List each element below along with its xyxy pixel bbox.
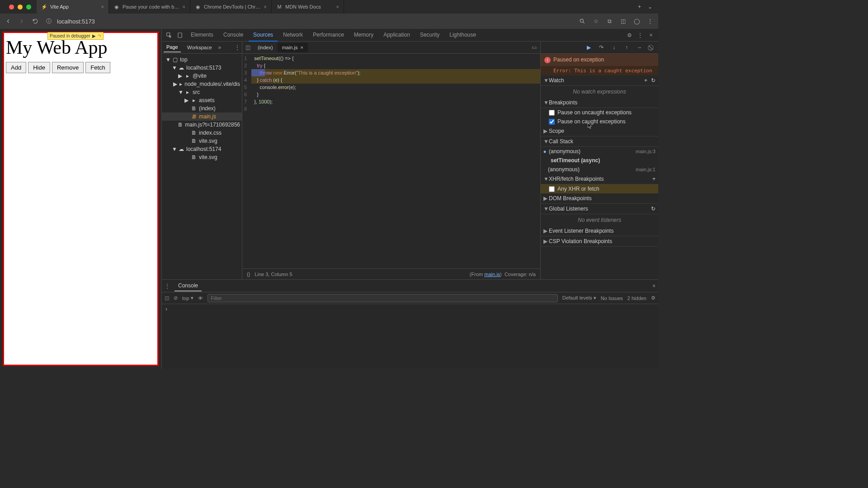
pause-caught-checkbox[interactable] <box>549 119 555 125</box>
section-scope[interactable]: ▶ Scope <box>541 126 658 136</box>
add-xhr-bp-icon[interactable]: + <box>652 176 656 182</box>
tree-row[interactable]: 🗎main.js?t=1710692856 <box>162 121 242 129</box>
section-dom-breakpoints[interactable]: ▶ DOM Breakpoints <box>541 193 658 204</box>
menu-icon[interactable]: ⋮ <box>646 17 655 26</box>
maximize-window-button[interactable] <box>26 5 31 9</box>
tree-row[interactable]: ▼▢top <box>162 56 242 64</box>
browser-tab[interactable]: M MDN Web Docs × <box>272 0 344 14</box>
close-devtools-icon[interactable]: × <box>646 31 656 40</box>
hide-button[interactable]: Hide <box>28 62 50 73</box>
new-tab-button[interactable]: + <box>633 4 646 10</box>
issues-indicator[interactable]: No Issues <box>601 296 623 301</box>
tree-row[interactable]: 🗎vite.svg <box>162 137 242 145</box>
more-icon[interactable]: ▭ <box>528 44 540 51</box>
section-global-listeners[interactable]: ▼ Global Listeners ↻ <box>541 204 658 214</box>
close-tab-icon[interactable]: × <box>300 45 303 50</box>
section-breakpoints[interactable]: ▼ Breakpoints <box>541 98 658 108</box>
sub-tab-page[interactable]: Page <box>164 42 181 52</box>
close-drawer-icon[interactable]: × <box>652 283 656 289</box>
tab-memory[interactable]: Memory <box>349 29 378 42</box>
close-window-button[interactable] <box>9 5 14 9</box>
tab-close-icon[interactable]: × <box>101 4 104 9</box>
tree-row[interactable]: ▼☁localhost:5173 <box>162 64 242 72</box>
profile-icon[interactable]: ◯ <box>632 17 641 26</box>
resume-icon[interactable]: ▶ <box>585 44 592 51</box>
stack-frame[interactable]: (anonymous)main.js:1 <box>541 165 658 174</box>
editor-tab[interactable]: (index) <box>253 43 278 52</box>
stack-frame[interactable]: setTimeout (async) <box>541 156 658 165</box>
overflow-icon[interactable]: » <box>218 44 222 51</box>
browser-tab[interactable]: ◉ Pause your code with breakp × <box>109 0 190 14</box>
site-info-icon[interactable]: ⓘ <box>44 17 53 26</box>
tab-lighthouse[interactable]: Lighthouse <box>445 29 481 42</box>
browser-tab[interactable]: ◉ Chrome DevTools | Chrome × <box>190 0 272 14</box>
code-area[interactable]: 12345678 setTimeout(() => { try { throw … <box>242 54 540 268</box>
refresh-watch-icon[interactable]: ↻ <box>651 77 656 84</box>
drawer-menu-icon[interactable]: ⋮ <box>165 283 170 289</box>
tab-console[interactable]: Console <box>219 29 248 42</box>
zoom-icon[interactable] <box>578 17 587 26</box>
source-link[interactable]: main.js <box>484 272 500 277</box>
tree-row[interactable]: 🗎(index) <box>162 104 242 113</box>
browser-tab[interactable]: ⚡ Vite App × <box>37 0 109 14</box>
deactivate-breakpoints-icon[interactable]: ⃠ <box>648 44 656 51</box>
minimize-window-button[interactable] <box>18 5 23 9</box>
tab-elements[interactable]: Elements <box>186 29 218 42</box>
side-panel-icon[interactable]: ◫ <box>618 17 627 26</box>
settings-icon[interactable]: ⚙ <box>625 31 634 40</box>
live-expression-icon[interactable]: 👁 <box>198 296 203 301</box>
file-tree[interactable]: ▼▢top▼☁localhost:5173▶▸@vite▶▸node_modul… <box>162 54 242 279</box>
tab-security[interactable]: Security <box>415 29 444 42</box>
tree-row[interactable]: ▶▸assets <box>162 96 242 104</box>
log-levels-selector[interactable]: Default levels ▾ <box>562 295 596 301</box>
tree-row[interactable]: ▼▸src <box>162 88 242 96</box>
section-xhr-breakpoints[interactable]: ▼ XHR/fetch Breakpoints + <box>541 174 658 184</box>
code-lines[interactable]: setTimeout(() => { try { throw new Error… <box>251 54 540 268</box>
console-filter-input[interactable] <box>208 294 557 302</box>
extensions-icon[interactable]: ⧉ <box>605 17 614 26</box>
drawer-tab-console[interactable]: Console <box>175 281 202 291</box>
stack-frame[interactable]: (anonymous)main.js:3 <box>541 147 658 156</box>
back-button[interactable] <box>4 17 13 26</box>
clear-console-icon[interactable]: ⊘ <box>174 295 178 301</box>
play-icon[interactable]: ▶ <box>92 33 96 38</box>
step-out-icon[interactable]: ↑ <box>623 44 630 51</box>
forward-button[interactable] <box>17 17 26 26</box>
tab-close-icon[interactable]: × <box>336 4 339 9</box>
tab-performance[interactable]: Performance <box>308 29 349 42</box>
url-input[interactable] <box>57 18 573 25</box>
reload-button[interactable] <box>31 17 40 26</box>
tree-row[interactable]: ▼☁localhost:5174 <box>162 145 242 153</box>
context-selector[interactable]: top ▾ <box>182 295 193 301</box>
inspect-icon[interactable] <box>165 31 174 40</box>
step-over-icon[interactable]: ↷ <box>598 44 605 51</box>
remove-button[interactable]: Remove <box>52 62 84 73</box>
more-icon[interactable]: ⋮ <box>235 44 240 51</box>
step-icon[interactable]: → <box>636 44 643 51</box>
pretty-print-icon[interactable]: {} <box>247 272 250 277</box>
section-watch[interactable]: ▼ Watch +↻ <box>541 75 658 86</box>
device-icon[interactable] <box>175 31 184 40</box>
tree-row[interactable]: ▶▸node_modules/.vite/dis <box>162 80 242 88</box>
tab-close-icon[interactable]: × <box>264 4 267 9</box>
refresh-listeners-icon[interactable]: ↻ <box>651 206 656 212</box>
editor-tab[interactable]: main.js × <box>278 43 308 52</box>
any-xhr-row[interactable]: Any XHR or fetch <box>541 184 658 193</box>
bookmark-icon[interactable]: ☆ <box>591 17 600 26</box>
pause-uncaught-checkbox[interactable] <box>549 110 555 116</box>
add-button[interactable]: Add <box>6 62 26 73</box>
chevron-down-icon[interactable]: ⌄ <box>646 2 655 11</box>
section-csp-breakpoints[interactable]: ▶ CSP Violation Breakpoints <box>541 236 658 247</box>
console-output[interactable]: › <box>162 304 658 369</box>
tab-application[interactable]: Application <box>379 29 415 42</box>
add-watch-icon[interactable]: + <box>644 77 647 84</box>
step-icon[interactable]: ↷ <box>98 33 101 38</box>
sidebar-toggle-icon[interactable]: ◫ <box>165 295 169 301</box>
tree-row[interactable]: 🗎index.css <box>162 129 242 137</box>
section-callstack[interactable]: ▼ Call Stack <box>541 136 658 147</box>
sub-tab-workspace[interactable]: Workspace <box>184 43 215 52</box>
more-icon[interactable]: ⋮ <box>636 31 645 40</box>
show-navigator-icon[interactable]: ◫ <box>242 44 253 51</box>
tab-sources[interactable]: Sources <box>249 29 278 42</box>
tree-row[interactable]: ▶▸@vite <box>162 72 242 80</box>
